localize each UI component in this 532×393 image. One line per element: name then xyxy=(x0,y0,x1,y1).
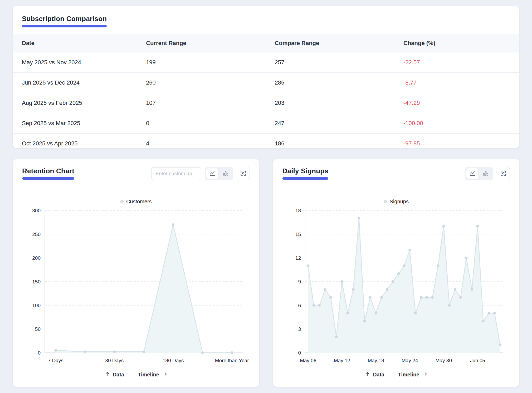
legend-item-customers[interactable]: Customers xyxy=(22,199,250,205)
cell-change: -8.77 xyxy=(394,73,519,93)
cell-compare-range: 186 xyxy=(266,134,394,148)
daily-signups-title: Daily Signups xyxy=(282,167,329,180)
svg-text:May 12: May 12 xyxy=(334,358,350,363)
cell-date: Oct 2025 vs Apr 2025 xyxy=(13,134,137,148)
retention-card-header: Retention Chart xyxy=(22,167,250,185)
table-row: May 2025 vs Nov 2024 199 257 -22.57 xyxy=(13,52,519,73)
retention-chart-card: Retention Chart xyxy=(13,159,259,387)
subscription-comparison-title: Subscription Comparison xyxy=(22,15,107,27)
up-arrow-icon xyxy=(104,371,110,378)
svg-text:Jun 05: Jun 05 xyxy=(470,358,485,363)
svg-text:May 06: May 06 xyxy=(300,358,316,363)
svg-text:9: 9 xyxy=(298,279,301,284)
chart-type-toggle xyxy=(205,167,233,180)
legend-dot xyxy=(384,200,387,203)
table-header-row: Date Current Range Compare Range Change … xyxy=(13,34,519,52)
line-chart-button[interactable] xyxy=(466,168,479,179)
svg-text:12: 12 xyxy=(295,255,301,261)
column-header-current-range: Current Range xyxy=(137,34,265,52)
svg-text:3: 3 xyxy=(298,326,301,332)
column-header-date: Date xyxy=(13,34,137,52)
up-arrow-icon xyxy=(364,371,370,378)
subscription-comparison-table: Date Current Range Compare Range Change … xyxy=(13,34,519,148)
svg-text:100: 100 xyxy=(32,303,41,308)
cell-current-range: 260 xyxy=(137,73,265,93)
table-row: Sep 2025 vs Mar 2025 0 247 -100.00 xyxy=(13,113,519,134)
cell-compare-range: 285 xyxy=(266,73,394,93)
svg-text:May 30: May 30 xyxy=(435,358,452,363)
cell-compare-range: 203 xyxy=(266,93,394,113)
svg-text:May 24: May 24 xyxy=(402,358,418,363)
daily-signups-card: Daily Signups xyxy=(273,159,520,387)
legend-item-signups[interactable]: Signups xyxy=(282,199,510,205)
svg-text:6: 6 xyxy=(298,303,301,308)
bar-chart-button[interactable] xyxy=(479,168,492,179)
timeline-button-label: Timeline xyxy=(398,372,419,378)
bar-chart-button[interactable] xyxy=(219,168,232,179)
cell-date: Sep 2025 vs Mar 2025 xyxy=(13,113,137,134)
line-chart-icon xyxy=(209,170,216,177)
legend-label: Customers xyxy=(126,199,152,205)
svg-text:0: 0 xyxy=(298,350,301,356)
retention-toolbar xyxy=(151,167,250,180)
cell-current-range: 4 xyxy=(137,134,265,148)
svg-text:30 Days: 30 Days xyxy=(105,358,124,363)
table-row: Aug 2025 vs Febr 2025 107 203 -47.29 xyxy=(13,93,519,113)
svg-text:May 18: May 18 xyxy=(368,358,384,363)
signups-toolbar xyxy=(465,167,510,180)
cell-date: Jun 2025 vs Dec 2024 xyxy=(13,73,137,93)
scan-icon xyxy=(240,170,247,178)
column-header-compare-range: Compare Range xyxy=(266,34,394,52)
signups-chart-footer: Data Timeline xyxy=(282,371,510,380)
svg-text:200: 200 xyxy=(32,255,41,261)
cell-date: Aug 2025 vs Febr 2025 xyxy=(13,93,137,113)
svg-text:0: 0 xyxy=(38,350,41,356)
retention-chart-footer: Data Timeline xyxy=(22,371,250,380)
cell-current-range: 0 xyxy=(137,113,265,134)
screenshot-button[interactable] xyxy=(237,167,250,180)
svg-text:150: 150 xyxy=(32,279,41,284)
cell-current-range: 107 xyxy=(137,93,265,113)
timeline-button-label: Timeline xyxy=(138,372,159,378)
bar-chart-icon xyxy=(222,170,229,177)
subscription-comparison-card: Subscription Comparison Date Current Ran… xyxy=(13,6,519,148)
retention-chart-title: Retention Chart xyxy=(22,167,74,180)
svg-text:18: 18 xyxy=(295,208,301,213)
cell-change: -22.57 xyxy=(394,52,519,73)
timeline-button[interactable]: Timeline xyxy=(398,371,428,378)
screenshot-button[interactable] xyxy=(497,167,510,180)
cell-change: -47.29 xyxy=(394,93,519,113)
bar-chart-icon xyxy=(482,170,489,177)
column-header-change: Change (%) xyxy=(394,34,519,52)
dashboard-page: Subscription Comparison Date Current Ran… xyxy=(0,0,532,393)
cell-date: May 2025 vs Nov 2024 xyxy=(13,52,137,73)
svg-text:300: 300 xyxy=(32,208,41,213)
svg-text:180 Days: 180 Days xyxy=(163,358,184,363)
right-arrow-icon xyxy=(162,371,168,378)
custom-date-input[interactable] xyxy=(151,167,201,180)
timeline-button[interactable]: Timeline xyxy=(138,371,168,378)
data-button[interactable]: Data xyxy=(364,371,384,378)
data-button-label: Data xyxy=(373,372,384,378)
table-row: Oct 2025 vs Apr 2025 4 186 -97.85 xyxy=(13,134,519,148)
legend-dot xyxy=(120,200,124,203)
subscription-title-wrap: Subscription Comparison xyxy=(13,15,519,27)
cell-change: -100.00 xyxy=(394,113,519,134)
daily-signups-chart: 0369121518May 06May 12May 18May 24May 30… xyxy=(282,206,510,368)
right-arrow-icon xyxy=(422,371,428,378)
signups-card-header: Daily Signups xyxy=(282,167,510,185)
cell-current-range: 199 xyxy=(137,52,265,73)
scan-icon xyxy=(500,170,507,178)
cell-compare-range: 247 xyxy=(266,113,394,134)
data-button[interactable]: Data xyxy=(104,371,124,378)
svg-text:50: 50 xyxy=(35,326,41,332)
svg-text:250: 250 xyxy=(32,232,41,237)
chart-type-toggle xyxy=(465,167,493,180)
line-chart-button[interactable] xyxy=(206,168,219,179)
table-row: Jun 2025 vs Dec 2024 260 285 -8.77 xyxy=(13,73,519,93)
retention-chart: 0501001502002503007 Days30 Days180 DaysM… xyxy=(22,206,250,368)
cell-compare-range: 257 xyxy=(266,52,394,73)
data-button-label: Data xyxy=(113,372,124,378)
charts-row: Retention Chart xyxy=(13,159,519,387)
svg-text:7 Days: 7 Days xyxy=(48,358,64,363)
